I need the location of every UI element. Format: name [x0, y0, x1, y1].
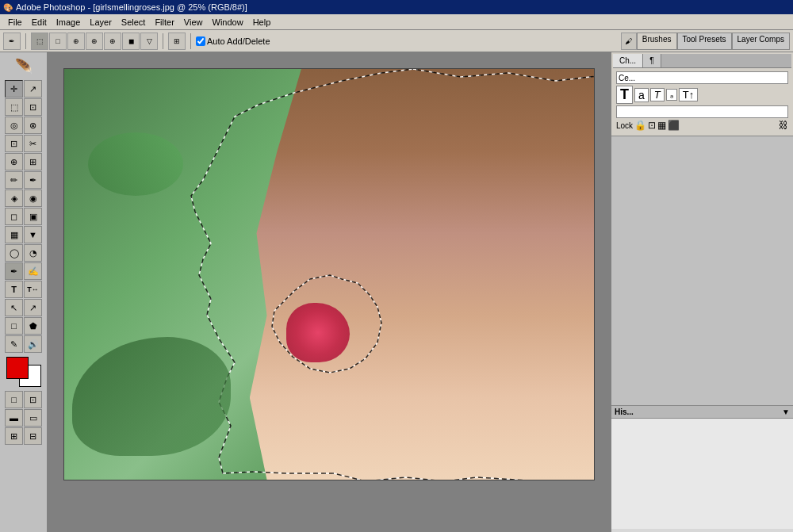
foreground-color[interactable] — [6, 357, 29, 379]
type-tool[interactable]: T — [5, 281, 23, 298]
quick-mask-view[interactable]: ⊡ — [24, 391, 42, 408]
pattern-stamp-tool[interactable]: ◉ — [24, 189, 42, 207]
language-input[interactable]: Eng — [616, 105, 788, 118]
menu-help[interactable]: Help — [248, 16, 276, 29]
menu-filter[interactable]: Filter — [150, 16, 178, 29]
options-intersect-btn[interactable]: ◼ — [122, 33, 140, 50]
lock-icon-4: ⬛ — [668, 120, 680, 131]
slice-tool[interactable]: ✂ — [24, 135, 42, 152]
font-family-input[interactable] — [616, 71, 788, 84]
patch-tool[interactable]: ⊞ — [24, 153, 42, 170]
options-shape-btn[interactable]: □ — [49, 33, 67, 50]
marquee-tool[interactable]: ⬚ — [5, 98, 23, 116]
image-canvas — [63, 68, 595, 480]
move-tool[interactable]: ✛ — [5, 80, 23, 98]
foliage-2 — [88, 132, 183, 196]
freeform-pen-tool[interactable]: ✍ — [24, 262, 42, 280]
history-title: His... — [615, 408, 634, 416]
artboard-tool[interactable]: ↗ — [24, 80, 42, 98]
type-icon-frac[interactable]: ₐ — [666, 89, 677, 101]
lock-label: Lock — [616, 121, 633, 130]
history-options[interactable]: ▼ — [782, 408, 790, 416]
dodge-tool[interactable]: ◯ — [5, 244, 23, 262]
auto-add-delete-checkbox[interactable] — [196, 36, 205, 46]
rose-bloom — [286, 303, 350, 362]
options-add-btn[interactable]: ⊕ — [86, 33, 103, 50]
options-subtract-btn[interactable]: ⊕ — [104, 33, 121, 50]
menu-edit[interactable]: Edit — [27, 16, 52, 29]
tool-group-shape: □ ⬟ — [5, 317, 42, 335]
tool-presets-tab[interactable]: Tool Presets — [677, 33, 732, 50]
title-bar: 🎨 Adobe Photoshop - [girlsmellingroses.j… — [0, 0, 793, 14]
history-panel: His... ▼ — [611, 405, 793, 532]
marquee-tool-2[interactable]: ⊡ — [24, 98, 42, 116]
crop-tool[interactable]: ⊡ — [5, 135, 23, 152]
path-select-tool[interactable]: ↖ — [5, 299, 23, 316]
tool-group-path-sel: ↖ ↗ — [5, 299, 42, 316]
paint-bucket-tool[interactable]: ▼ — [24, 226, 42, 243]
tool-group-brush: ✏ ✒ — [5, 171, 42, 189]
menu-select[interactable]: Select — [117, 16, 151, 29]
menu-image[interactable]: Image — [52, 16, 86, 29]
char-tab[interactable]: Ch... — [613, 54, 643, 67]
options-tool-icon[interactable]: ✒ — [3, 33, 21, 50]
tool-group-gradient: ▦ ▼ — [5, 226, 42, 243]
history-list[interactable] — [611, 419, 793, 529]
type-icon-superscript[interactable]: T↑ — [679, 88, 698, 101]
menu-view[interactable]: View — [179, 16, 208, 29]
history-panel-header: His... ▼ — [611, 406, 793, 419]
tool-group-patch: ⊕ ⊞ — [5, 153, 42, 170]
custom-shape-tool[interactable]: ⬟ — [24, 317, 42, 335]
color-swatches[interactable] — [6, 357, 41, 387]
menu-layer[interactable]: Layer — [85, 16, 117, 29]
audio-tool[interactable]: 🔊 — [24, 335, 42, 353]
options-rubber-band-btn[interactable]: ⊞ — [168, 33, 186, 50]
left-toolbar: 🪶 ✛ ↗ ⬚ ⊡ ◎ ⊗ ⊡ ✂ ⊕ ⊞ ✏ ✒ ◈ ◉ — [0, 52, 48, 532]
type-mask-tool[interactable]: T↔ — [24, 281, 42, 298]
clone-stamp-tool[interactable]: ◈ — [5, 189, 23, 207]
standard-view[interactable]: □ — [5, 391, 23, 408]
notes-tool[interactable]: ✎ — [5, 335, 23, 353]
tool-group-screen: ▬ ▭ — [5, 409, 42, 427]
brush-tool[interactable]: ✏ — [5, 171, 23, 189]
options-path-btn[interactable]: ⬚ — [31, 33, 48, 50]
auto-add-delete-label[interactable]: Auto Add/Delete — [196, 36, 270, 46]
font-family-row — [616, 71, 788, 84]
menu-file[interactable]: File — [3, 16, 27, 29]
tool-group-dodge: ◯ ◔ — [5, 244, 42, 262]
lasso-tool-2[interactable]: ⊗ — [24, 117, 42, 134]
gradient-tool[interactable]: ▦ — [5, 226, 23, 243]
options-freeform-btn[interactable]: ⊕ — [67, 33, 85, 50]
extras-1[interactable]: ⊞ — [5, 427, 23, 445]
tool-group-marquee: ⬚ ⊡ — [5, 98, 42, 116]
extras-2[interactable]: ⊟ — [24, 427, 42, 445]
brushes-palette-icon[interactable]: 🖌 — [621, 33, 637, 50]
separator-1 — [25, 33, 26, 49]
menu-window[interactable]: Window — [208, 16, 248, 29]
lasso-tool[interactable]: ◎ — [5, 117, 23, 134]
lock-icon-3: ▦ — [657, 120, 666, 131]
screen-mode-1[interactable]: ▬ — [5, 409, 23, 427]
direct-select-tool[interactable]: ↗ — [24, 299, 42, 316]
pencil-tool[interactable]: ✒ — [24, 171, 42, 189]
type-icon-italic[interactable]: T — [650, 88, 665, 101]
burn-tool[interactable]: ◔ — [24, 244, 42, 262]
spot-heal-tool[interactable]: ⊕ — [5, 153, 23, 170]
eraser-tool[interactable]: ◻ — [5, 208, 23, 225]
pen-tool[interactable]: ✒ — [5, 262, 23, 280]
brushes-tab[interactable]: Brushes — [637, 33, 677, 50]
para-tab[interactable]: ¶ — [643, 54, 661, 67]
lock-icon: 🔒 — [634, 120, 646, 131]
options-exclude-btn[interactable]: ▽ — [140, 33, 158, 50]
tool-group-view: □ ⊡ — [5, 391, 42, 408]
type-icon-a[interactable]: a — [634, 88, 649, 102]
rect-shape-tool[interactable]: □ — [5, 317, 23, 335]
options-bar: ✒ ⬚ □ ⊕ ⊕ ⊕ ◼ ▽ ⊞ Auto Add/Delete 🖌 Brus… — [0, 30, 793, 52]
bg-eraser-tool[interactable]: ▣ — [24, 208, 42, 225]
ps-logo: 🎨 — [3, 3, 13, 12]
screen-mode-2[interactable]: ▭ — [24, 409, 42, 427]
canvas-area — [48, 52, 611, 532]
type-icon-T[interactable]: T — [616, 86, 633, 104]
layer-comps-tab[interactable]: Layer Comps — [732, 33, 790, 50]
lock-icon-2: ⊡ — [648, 120, 656, 131]
